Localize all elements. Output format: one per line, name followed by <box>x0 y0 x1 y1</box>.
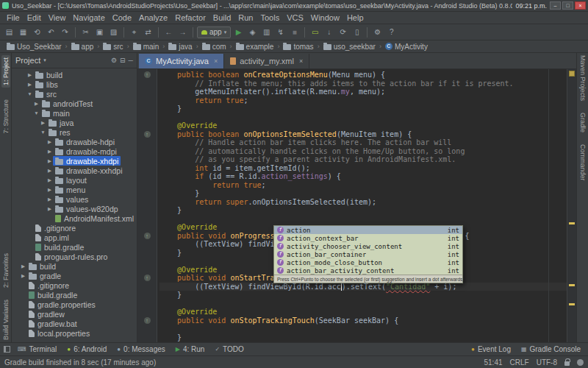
code-line[interactable]: getMenuInflater().inflate(R.menu.my, men… <box>159 88 567 96</box>
override-marker-icon[interactable]: ↑ <box>144 317 151 324</box>
save-all-icon[interactable]: ▦ <box>17 26 29 38</box>
caret-position[interactable]: 51:41 <box>484 358 503 367</box>
copy-icon[interactable]: ▣ <box>93 26 106 38</box>
tree-toggle-icon[interactable]: ▶ <box>46 168 53 174</box>
menu-vcs[interactable]: VCS <box>283 13 307 23</box>
breadcrumb-item-main[interactable]: main <box>131 43 162 51</box>
completion-item-action-context-bar[interactable]: faction_context_barint <box>274 234 462 242</box>
code-line[interactable]: return true; <box>159 96 567 105</box>
redo-icon[interactable]: ↷ <box>59 26 71 38</box>
tree-item-build-gradle[interactable]: build.gradle <box>12 290 137 300</box>
code-line[interactable]: } <box>159 291 567 300</box>
code-line[interactable]: public boolean onCreateOptionsMenu(Menu … <box>159 71 567 79</box>
undo-icon[interactable]: ↶ <box>45 26 57 38</box>
attach-debugger-icon[interactable]: ↯ <box>274 26 287 38</box>
warning-stripe-mark[interactable] <box>569 222 575 224</box>
tree-item-drawable-xhdpi[interactable]: ▶drawable-xhdpi <box>12 156 137 166</box>
tree-item-local-properties[interactable]: local.properties <box>12 328 137 338</box>
code-line[interactable]: public boolean onOptionsItemSelected(Men… <box>159 130 567 139</box>
inspections-profile-icon[interactable] <box>577 359 584 366</box>
code-line[interactable]: // Handle action bar item clicks here. T… <box>159 138 567 147</box>
tree-item-androidmanifest-xml[interactable]: AndroidManifest.xml <box>12 213 137 223</box>
tree-toggle-icon[interactable]: ▶ <box>20 263 26 269</box>
run-icon[interactable]: ▶ <box>232 26 245 38</box>
line-separator-indicator[interactable]: CRLF <box>510 358 529 367</box>
tree-toggle-icon[interactable]: ▶ <box>26 82 33 88</box>
encoding-indicator[interactable]: UTF-8 <box>537 358 557 367</box>
menu-view[interactable]: View <box>45 13 70 23</box>
toolwindow-button-6-android[interactable]: ●6: Android <box>62 344 111 354</box>
menu-run[interactable]: Run <box>234 13 257 23</box>
menu-build[interactable]: Build <box>209 13 234 23</box>
collapse-all-icon[interactable]: ⊟ <box>120 57 126 64</box>
tree-toggle-icon[interactable]: ▼ <box>26 91 33 96</box>
toolwindow-toggle-icon[interactable] <box>4 346 10 353</box>
menu-refactor[interactable]: Refactor <box>171 13 209 23</box>
code-line[interactable]: // as you specify a parent activity in A… <box>159 155 567 164</box>
tree-item-gitignore[interactable]: .gitignore <box>12 280 137 290</box>
toolwindow-button-todo[interactable]: ✓TODO <box>210 344 248 354</box>
tree-item-gitignore[interactable]: .gitignore <box>12 223 137 233</box>
tree-item-drawable-hdpi[interactable]: ▶drawable-hdpi <box>12 137 137 146</box>
override-marker-icon[interactable]: ↑ <box>144 131 151 138</box>
run-coverage-icon[interactable]: ▥ <box>260 26 273 38</box>
breadcrumb-item-tomas[interactable]: tomas <box>281 43 315 51</box>
warning-stripe-mark[interactable] <box>569 284 575 286</box>
code-line[interactable]: ((TextView) findViewById(R.id.acc).setTe… <box>159 283 567 291</box>
tree-toggle-icon[interactable]: ▶ <box>46 206 53 212</box>
tree-item-libs[interactable]: ▶libs <box>12 79 137 89</box>
tree-item-gradle-properties[interactable]: gradle.properties <box>12 300 137 309</box>
completion-item-activity-chooser-view-content[interactable]: factivity_chooser_view_contentint <box>274 242 462 250</box>
close-icon[interactable]: × <box>214 57 218 65</box>
tree-item-main[interactable]: ▼main <box>12 108 137 118</box>
toolwindow-button-4-run[interactable]: ▶4: Run <box>171 344 209 354</box>
help-icon[interactable]: ? <box>385 26 398 38</box>
project-panel-title[interactable]: Project <box>15 56 40 65</box>
editor-scrollbar[interactable] <box>567 69 576 342</box>
tree-item-drawable-xxhdpi[interactable]: ▶drawable-xxhdpi <box>12 166 137 175</box>
tree-toggle-icon[interactable]: ▶ <box>46 149 53 155</box>
override-marker-icon[interactable]: ↑ <box>144 233 151 239</box>
breadcrumb-item-app[interactable]: app <box>69 43 96 51</box>
code-line[interactable]: // automatically handle clicks on the Ho… <box>159 147 567 156</box>
breadcrumb-item-java[interactable]: java <box>166 43 194 51</box>
code-line[interactable] <box>159 300 567 308</box>
completion-item-action-bar-activity-content[interactable]: faction_bar_activity_contentint <box>274 266 462 275</box>
close-icon[interactable]: × <box>299 57 303 65</box>
tree-toggle-icon[interactable]: ▶ <box>33 101 40 107</box>
breadcrumb-item-com[interactable]: com <box>200 43 229 51</box>
menu-analyze[interactable]: Analyze <box>135 13 171 23</box>
code-line[interactable]: @Override <box>159 308 567 316</box>
tree-toggle-icon[interactable]: ▶ <box>46 158 53 164</box>
menu-file[interactable]: File <box>3 13 24 23</box>
replace-icon[interactable]: ⇄ <box>142 26 154 38</box>
code-line[interactable]: if (id == R.id.action_settings) { <box>159 172 567 181</box>
breadcrumb-item-example[interactable]: example <box>234 43 276 51</box>
settings-gear-icon[interactable]: ⚙ <box>371 26 384 38</box>
code-line[interactable]: } <box>159 189 567 198</box>
tree-toggle-icon[interactable]: ▼ <box>40 130 46 135</box>
maximize-button[interactable]: □ <box>562 1 573 10</box>
tree-toggle-icon[interactable]: ▶ <box>46 139 53 145</box>
code-line[interactable] <box>159 325 567 333</box>
tree-toggle-icon[interactable]: ▶ <box>46 187 53 193</box>
tool-tab-1-project[interactable]: 1: Project <box>1 55 10 88</box>
run-config-select[interactable]: app▾ <box>197 26 231 38</box>
tree-toggle-icon[interactable]: ▶ <box>46 177 53 183</box>
open-icon[interactable]: ▤ <box>3 26 15 38</box>
project-structure-icon[interactable]: ▯ <box>351 26 363 38</box>
debug-icon[interactable]: ◈ <box>246 26 259 38</box>
tree-item-res[interactable]: ▼res <box>12 127 137 137</box>
tree-item-build[interactable]: ▶build <box>12 261 137 271</box>
breadcrumb-item-src[interactable]: src <box>101 43 125 51</box>
tool-tab-gradle[interactable]: Gradle <box>579 113 587 132</box>
tree-item-values[interactable]: ▶values <box>12 194 137 204</box>
tool-tab-build-variants[interactable]: Build Variants <box>2 300 10 340</box>
tree-toggle-icon[interactable]: ▶ <box>40 120 46 126</box>
toolwindow-button-0-messages[interactable]: ●0: Messages <box>112 344 170 354</box>
tab-activity-my-xml[interactable]: activity_my.xml× <box>224 54 309 68</box>
sdk-manager-icon[interactable]: ↓ <box>323 26 335 38</box>
tree-item-layout[interactable]: ▶layout <box>12 175 137 185</box>
tree-toggle-icon[interactable]: ▶ <box>46 197 53 202</box>
paste-icon[interactable]: ▨ <box>107 26 120 38</box>
